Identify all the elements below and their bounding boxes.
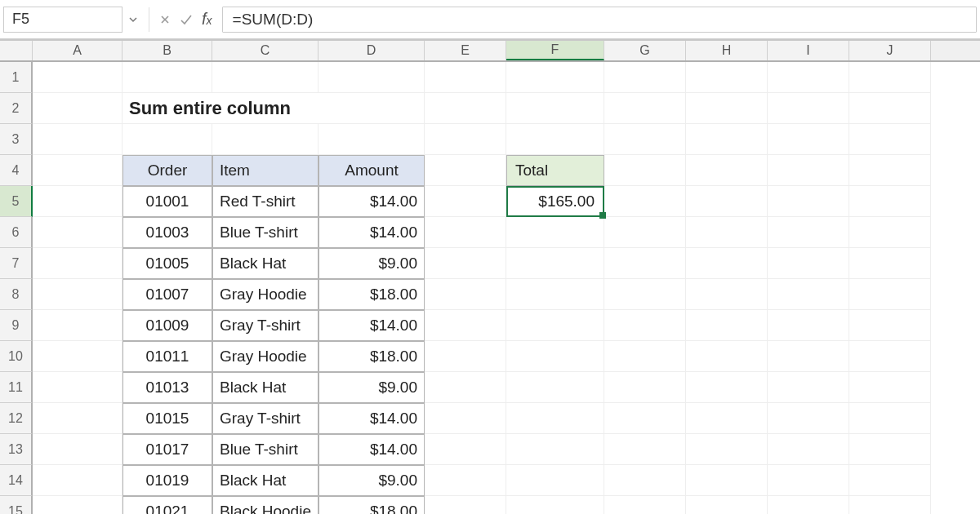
cell[interactable] bbox=[768, 93, 849, 124]
cell[interactable] bbox=[604, 186, 686, 217]
table-cell-amount[interactable]: $9.00 bbox=[318, 465, 425, 496]
table-cell-amount[interactable]: $14.00 bbox=[318, 434, 425, 465]
cell[interactable] bbox=[849, 434, 931, 465]
table-cell-item[interactable]: Black Hat bbox=[212, 372, 318, 403]
table-cell-item[interactable]: Gray T-shirt bbox=[212, 310, 318, 341]
cell[interactable] bbox=[768, 310, 849, 341]
cell[interactable] bbox=[849, 310, 931, 341]
cell[interactable] bbox=[686, 403, 768, 434]
cell[interactable] bbox=[318, 62, 425, 93]
cell[interactable] bbox=[425, 62, 506, 93]
col-header-D[interactable]: D bbox=[318, 41, 425, 60]
name-box-dropdown[interactable] bbox=[122, 7, 144, 33]
cell[interactable] bbox=[686, 496, 768, 514]
cell[interactable] bbox=[686, 62, 768, 93]
cell[interactable] bbox=[425, 496, 506, 514]
cell[interactable] bbox=[122, 62, 212, 93]
cell[interactable] bbox=[604, 93, 686, 124]
cell[interactable] bbox=[33, 124, 122, 155]
cell[interactable] bbox=[212, 124, 318, 155]
cell[interactable] bbox=[849, 496, 931, 514]
table-cell-order[interactable]: 01009 bbox=[122, 310, 212, 341]
cell[interactable] bbox=[768, 217, 849, 248]
cell[interactable] bbox=[506, 310, 604, 341]
table-cell-order[interactable]: 01017 bbox=[122, 434, 212, 465]
title-cell[interactable]: Sum entire column bbox=[122, 93, 425, 124]
cell[interactable] bbox=[33, 403, 122, 434]
cell[interactable] bbox=[768, 403, 849, 434]
cell[interactable] bbox=[768, 465, 849, 496]
enter-button[interactable] bbox=[176, 8, 197, 31]
row-header-15[interactable]: 15 bbox=[0, 496, 33, 514]
cell[interactable] bbox=[849, 341, 931, 372]
cell[interactable] bbox=[425, 279, 506, 310]
row-header-12[interactable]: 12 bbox=[0, 403, 33, 434]
table-cell-order[interactable]: 01013 bbox=[122, 372, 212, 403]
table-cell-item[interactable]: Black Hoodie bbox=[212, 496, 318, 514]
name-box[interactable]: F5 bbox=[3, 7, 122, 33]
cell[interactable] bbox=[604, 217, 686, 248]
cell[interactable] bbox=[604, 496, 686, 514]
table-cell-item[interactable]: Black Hat bbox=[212, 465, 318, 496]
total-label-cell[interactable]: Total bbox=[506, 155, 604, 186]
cell[interactable] bbox=[33, 496, 122, 514]
cell[interactable] bbox=[604, 465, 686, 496]
cell[interactable] bbox=[33, 62, 122, 93]
cell[interactable] bbox=[604, 310, 686, 341]
cell[interactable] bbox=[425, 248, 506, 279]
cell[interactable] bbox=[686, 248, 768, 279]
table-cell-amount[interactable]: $18.00 bbox=[318, 279, 425, 310]
cell[interactable] bbox=[604, 403, 686, 434]
cell[interactable] bbox=[849, 93, 931, 124]
cell[interactable] bbox=[506, 62, 604, 93]
row-header-13[interactable]: 13 bbox=[0, 434, 33, 465]
cell[interactable] bbox=[768, 248, 849, 279]
cell[interactable] bbox=[768, 186, 849, 217]
cell[interactable] bbox=[33, 93, 122, 124]
cell[interactable] bbox=[33, 155, 122, 186]
cell[interactable] bbox=[425, 403, 506, 434]
table-header-item[interactable]: Item bbox=[212, 155, 318, 186]
cell[interactable] bbox=[849, 217, 931, 248]
table-cell-order[interactable]: 01011 bbox=[122, 341, 212, 372]
cell[interactable] bbox=[318, 124, 425, 155]
col-header-E[interactable]: E bbox=[425, 41, 506, 60]
cell[interactable] bbox=[425, 217, 506, 248]
table-cell-item[interactable]: Gray T-shirt bbox=[212, 403, 318, 434]
cell[interactable] bbox=[604, 279, 686, 310]
col-header-J[interactable]: J bbox=[849, 41, 931, 60]
cell[interactable] bbox=[686, 279, 768, 310]
row-header-3[interactable]: 3 bbox=[0, 124, 33, 155]
table-cell-order[interactable]: 01005 bbox=[122, 248, 212, 279]
table-cell-amount[interactable]: $14.00 bbox=[318, 186, 425, 217]
cell[interactable] bbox=[768, 155, 849, 186]
cell[interactable] bbox=[506, 341, 604, 372]
cell[interactable] bbox=[425, 434, 506, 465]
cell[interactable] bbox=[506, 434, 604, 465]
row-header-6[interactable]: 6 bbox=[0, 217, 33, 248]
cell[interactable] bbox=[849, 372, 931, 403]
cell[interactable] bbox=[849, 403, 931, 434]
cell[interactable] bbox=[604, 341, 686, 372]
col-header-H[interactable]: H bbox=[686, 41, 768, 60]
cell[interactable] bbox=[768, 341, 849, 372]
cell[interactable] bbox=[849, 186, 931, 217]
cell[interactable] bbox=[768, 434, 849, 465]
table-cell-order[interactable]: 01003 bbox=[122, 217, 212, 248]
cell[interactable] bbox=[506, 403, 604, 434]
cell[interactable] bbox=[506, 248, 604, 279]
total-value-cell[interactable]: $165.00 bbox=[506, 186, 604, 217]
cell[interactable] bbox=[425, 310, 506, 341]
row-header-11[interactable]: 11 bbox=[0, 372, 33, 403]
row-header-9[interactable]: 9 bbox=[0, 310, 33, 341]
cell[interactable] bbox=[768, 372, 849, 403]
cell[interactable] bbox=[849, 248, 931, 279]
col-header-F[interactable]: F bbox=[506, 41, 604, 60]
col-header-A[interactable]: A bbox=[33, 41, 122, 60]
cell[interactable] bbox=[122, 124, 212, 155]
table-cell-amount[interactable]: $14.00 bbox=[318, 403, 425, 434]
table-cell-order[interactable]: 01015 bbox=[122, 403, 212, 434]
table-cell-amount[interactable]: $18.00 bbox=[318, 496, 425, 514]
cell[interactable] bbox=[604, 155, 686, 186]
cell[interactable] bbox=[849, 465, 931, 496]
